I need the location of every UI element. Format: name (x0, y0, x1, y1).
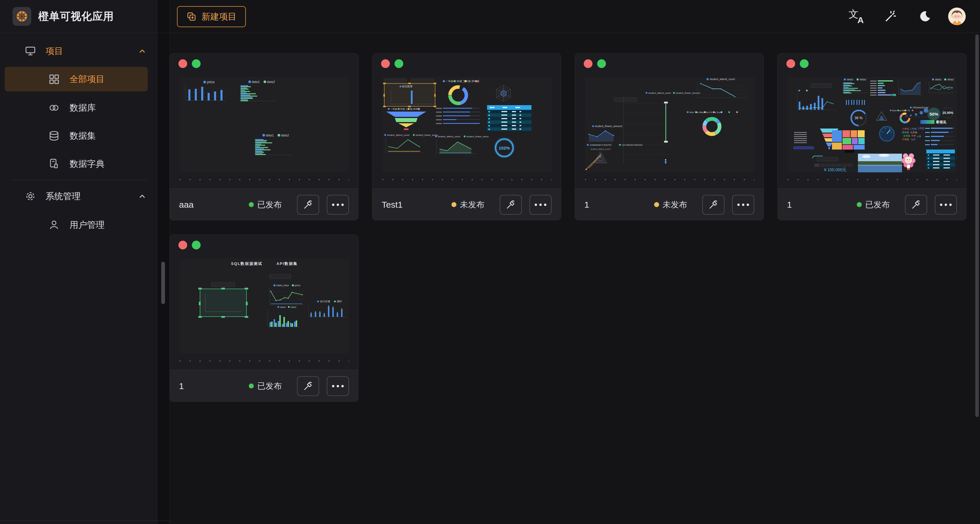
status-badge: 未发布 (654, 199, 687, 210)
moon-icon (918, 10, 932, 23)
svg-text:10170632572900204: 10170632572900204 (622, 144, 643, 147)
status-badge: 已发布 (249, 381, 282, 392)
sidebar-group-system[interactable]: 系统管理 (0, 184, 157, 209)
svg-text:student_attend_count: student_attend_count (438, 135, 460, 138)
sidebar-group-projects[interactable]: 项目 (0, 39, 157, 64)
edit-project-button[interactable] (702, 195, 724, 215)
more-actions-button[interactable] (327, 376, 349, 396)
svg-text:五年组: 五年组 (903, 135, 910, 137)
svg-text:data2: data2 (281, 134, 289, 137)
dotted-separator (180, 179, 349, 180)
svg-text:36 %: 36 % (854, 116, 862, 120)
sidebar-item-database[interactable]: 数据库 (5, 96, 148, 120)
edit-project-button[interactable] (905, 195, 927, 215)
orange-wheel-icon (15, 10, 29, 23)
more-actions-button[interactable] (327, 195, 349, 215)
svg-text:三年组: 三年组 (910, 127, 916, 130)
dark-mode-button[interactable] (916, 8, 934, 25)
language-button[interactable]: 文A (848, 8, 865, 25)
edit-project-button[interactable] (297, 376, 319, 396)
ellipsis-icon (332, 204, 344, 206)
dashboard-preview: data1 data2 data1 (788, 77, 957, 172)
card-footer: aaa 已发布 (170, 188, 358, 221)
published-dot-icon (249, 202, 254, 207)
published-dot-icon (249, 384, 254, 389)
sidebar-divider (11, 180, 146, 180)
unpublished-dot-icon (654, 202, 659, 207)
project-card[interactable]: price data1 data2 data1 data2 (169, 53, 359, 221)
magic-wand-icon (884, 10, 898, 23)
svg-text:API数据集: API数据集 (277, 261, 298, 266)
new-project-button[interactable]: 新建项目 (177, 6, 246, 27)
hammer-icon (505, 199, 516, 210)
svg-text:Mon Tue Wed Th: Mon Tue Wed Th (892, 109, 910, 112)
svg-text:四年组: 四年组 (902, 131, 909, 134)
project-name: 1 (179, 381, 184, 391)
svg-text:一年级 二年级 三年级 四年级: 一年级 二年级 三年级 四年级 (390, 108, 420, 110)
more-actions-button[interactable] (935, 195, 957, 215)
scrollbar-thumb[interactable] (975, 35, 979, 417)
scrollbar-thumb[interactable] (161, 262, 165, 304)
window-dots (786, 59, 808, 68)
monitor-icon (24, 45, 36, 57)
magic-wand-button[interactable] (882, 8, 899, 25)
svg-text:data2: data2 (860, 78, 866, 81)
red-dot-icon (584, 59, 592, 68)
project-thumbnail: SQL数据源测试 API数据集 class_hour price (180, 258, 349, 354)
user-icon (48, 219, 60, 231)
sidebar: 橙单可视化应用 项目 全部项目 数据库 (0, 0, 157, 524)
hammer-icon (302, 199, 313, 210)
edit-project-button[interactable] (500, 195, 522, 215)
green-dot-icon (597, 59, 606, 68)
app-root: 橙单可视化应用 项目 全部项目 数据库 (0, 0, 980, 524)
svg-text:data2: data2 (291, 306, 297, 309)
gear-icon (24, 190, 36, 202)
ellipsis-icon (332, 385, 344, 387)
chevron-up-icon (137, 46, 147, 56)
card-footer: Test1 未发布 (372, 188, 561, 221)
svg-text:六年组: 六年组 (902, 138, 909, 141)
svg-text:25.00%: 25.00% (942, 111, 953, 115)
more-actions-button[interactable] (530, 195, 552, 215)
dotted-separator (180, 360, 349, 362)
svg-text:data2: data2 (267, 80, 275, 84)
avatar-image (948, 8, 966, 25)
user-avatar[interactable] (948, 8, 966, 25)
svg-text:SQL数据源测试: SQL数据源测试 (231, 261, 262, 266)
project-thumbnail: student_attend_count student_attend_coun… (585, 77, 754, 172)
dotted-separator (382, 179, 552, 180)
green-dot-icon (192, 59, 200, 68)
svg-text:price: price (207, 80, 215, 84)
translate-icon: 文A (849, 9, 864, 24)
project-card[interactable]: student_attend_count student_attend_coun… (575, 53, 764, 221)
sidebar-item-all-projects[interactable]: 全部项目 (5, 67, 148, 91)
sidebar-item-users[interactable]: 用户管理 (5, 213, 148, 237)
document-icon (48, 158, 60, 170)
edit-project-button[interactable] (297, 195, 319, 215)
status-badge: 已发布 (249, 199, 282, 210)
hammer-icon (302, 381, 313, 392)
sidebar-item-dataset[interactable]: 数据集 (5, 124, 148, 148)
svg-text:102%: 102% (499, 145, 510, 150)
svg-text:student_attend_count: student_attend_count (590, 148, 610, 150)
project-name: 1 (787, 200, 792, 210)
sidebar-group-label: 项目 (46, 45, 63, 57)
sidebar-item-label: 用户管理 (70, 219, 105, 231)
project-card[interactable]: 一年级 二年级 三年级 四年级 献花数量 一年级 (372, 53, 561, 221)
published-dot-icon (857, 202, 862, 207)
svg-text:课时: 课时 (337, 300, 342, 303)
project-card[interactable]: SQL数据源测试 API数据集 class_hour price (169, 234, 359, 402)
svg-text:student_attend_count: student_attend_count (387, 134, 410, 136)
ellipsis-icon (535, 204, 546, 206)
window-dots (584, 59, 606, 68)
more-actions-button[interactable] (732, 195, 754, 215)
project-card[interactable]: data1 data2 data1 (777, 53, 967, 221)
svg-text:小学区: 小学区 (902, 127, 909, 130)
svg-text:合计价格: 合计价格 (320, 300, 330, 303)
sidebar-item-dictionary[interactable]: 数据字典 (5, 151, 148, 176)
card-footer: 1 未发布 (575, 188, 764, 221)
ellipsis-icon (940, 204, 952, 206)
sidebar-item-label: 数据集 (70, 130, 96, 142)
svg-text:student_attend_count: student_attend_count (648, 92, 671, 94)
dotted-separator (788, 179, 957, 180)
